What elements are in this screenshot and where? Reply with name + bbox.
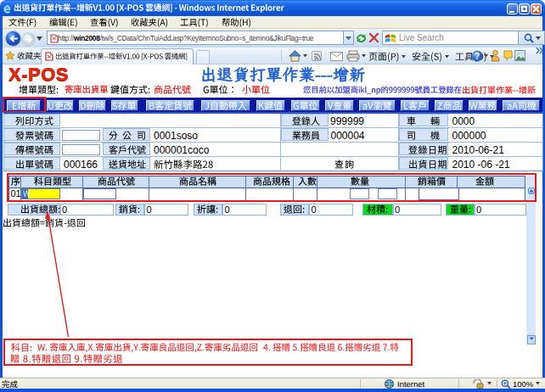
svg-text:?: ?: [475, 52, 480, 61]
